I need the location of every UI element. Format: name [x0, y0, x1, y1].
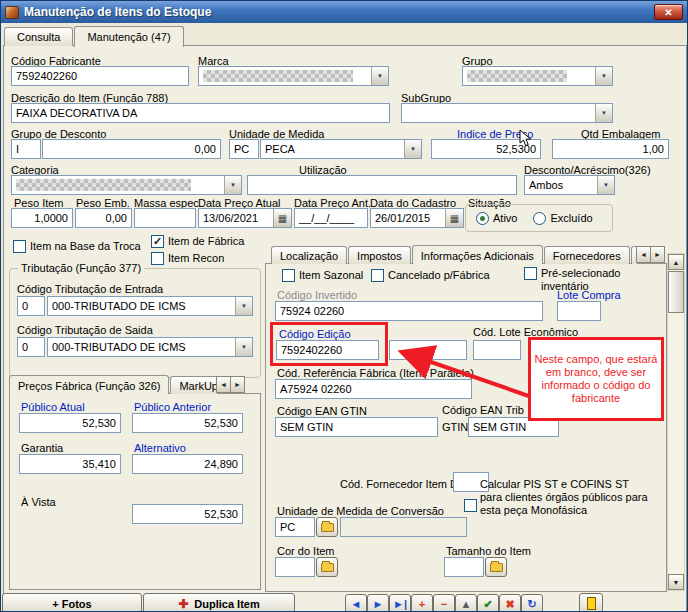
ean-trib-label-line2: GTIN	[442, 421, 468, 433]
item-fabrica-checkbox[interactable]: ✓ Item de Fábrica	[151, 235, 244, 248]
codigo-invertido-input[interactable]: 75924 02260	[275, 301, 543, 321]
data-preco-ant-input[interactable]: __/__/____	[294, 208, 368, 228]
tab-impostos[interactable]: Impostos	[348, 246, 411, 264]
precos-tab-spinner: ◄ ►	[217, 376, 245, 393]
cor-item-input[interactable]	[275, 557, 315, 577]
tab-markup[interactable]: MarkUp (Fu	[170, 376, 217, 394]
ean-gtin-input[interactable]: SEM GTIN	[275, 417, 438, 437]
publico-anterior-input[interactable]: 52,530	[132, 413, 243, 433]
peso-emb-input[interactable]: 0,00	[75, 208, 132, 228]
nav-refresh-button[interactable]: ↻	[521, 594, 543, 612]
ean-trib-label-line1: Código EAN Trib	[442, 404, 524, 416]
peso-item-input[interactable]: 1,0000	[11, 208, 73, 228]
calcular-pis-checkbox[interactable]	[464, 499, 477, 512]
tab-informacoes-adicionais[interactable]: Informações Adicionais	[412, 245, 543, 264]
checkbox-box	[282, 269, 295, 282]
cod-lote-economico-input[interactable]	[473, 340, 521, 360]
redacted-text	[16, 179, 191, 191]
nav-last-button[interactable]: ►|	[389, 594, 411, 612]
massa-espec-input[interactable]	[134, 208, 196, 228]
calendar-icon[interactable]: ▦	[273, 209, 291, 227]
a-vista-input[interactable]: 52,530	[132, 504, 243, 524]
unidade-conversao-input[interactable]: PC	[275, 517, 315, 537]
nav-post-button[interactable]: ✔	[477, 594, 499, 612]
unidade-medida-combobox[interactable]: PECA ▼	[260, 139, 422, 159]
tributacao-saida-combobox[interactable]: 000-TRIBUTADO DE ICMS ▼	[47, 337, 253, 357]
dropdown-icon[interactable]: ▼	[597, 176, 614, 194]
item-base-troca-label: Item na Base da Troca	[30, 240, 141, 253]
data-cadastro-input[interactable]: 26/01/2015 ▦	[370, 208, 464, 228]
nav-cancel-button[interactable]: ✖	[499, 594, 521, 612]
unidade-medida-code-input[interactable]: PC	[229, 139, 259, 159]
dropdown-icon[interactable]: ▼	[595, 67, 612, 85]
publico-atual-input[interactable]: 52,530	[19, 413, 121, 433]
dropdown-icon[interactable]: ▼	[235, 338, 252, 356]
calendar-icon[interactable]: ▦	[445, 209, 463, 227]
lote-compra-input[interactable]	[557, 301, 601, 321]
garantia-input[interactable]: 35,410	[19, 454, 121, 474]
nav-next-button[interactable]: ►	[367, 594, 389, 612]
item-sazonal-checkbox[interactable]: Item Sazonal	[282, 269, 363, 282]
alternativo-input[interactable]: 24,890	[132, 454, 243, 474]
tributacao-saida-code-input[interactable]: 0	[17, 337, 45, 357]
radio-ativo[interactable]: Ativo	[476, 212, 517, 225]
vertical-scrollbar[interactable]: ▲ ▼	[667, 253, 685, 591]
unidade-conversao-browse-button[interactable]	[316, 517, 338, 537]
tab-scroll-left-button[interactable]: ◄	[636, 246, 651, 263]
grupo-desconto-value-input[interactable]: 0,00	[42, 139, 221, 159]
subgrupo-combobox[interactable]: ▼	[401, 103, 613, 123]
codigo-fabricante-input[interactable]: 7592402260	[11, 66, 189, 86]
utilizacao-input[interactable]	[247, 175, 517, 195]
tab-localizacao[interactable]: Localização	[271, 246, 347, 264]
calcular-pis-label: Calcular PIS ST e COFINS ST para cliente…	[480, 478, 650, 517]
dropdown-icon[interactable]: ▼	[371, 67, 388, 85]
scrollbar-thumb[interactable]	[668, 271, 684, 313]
nav-edit-button[interactable]: ▲	[455, 594, 477, 612]
cod-referencia-input[interactable]: A75924 02260	[275, 379, 472, 399]
radio-excluido[interactable]: Excluído	[533, 212, 592, 225]
app-icon	[5, 6, 19, 19]
item-fabrica-label: Item de Fábrica	[168, 235, 244, 248]
tab-fornecedores[interactable]: Fornecedores	[544, 246, 630, 264]
cancelado-fabrica-checkbox[interactable]: Cancelado p/Fábrica	[371, 269, 490, 282]
data-preco-atual-input[interactable]: 13/06/2021 ▦	[198, 208, 292, 228]
tab-scroll-right-button[interactable]: ►	[650, 246, 665, 263]
categoria-combobox[interactable]: ▼	[11, 175, 242, 195]
checkbox-box	[13, 240, 26, 253]
duplica-item-button[interactable]: ✚ Duplica Item	[143, 593, 295, 612]
dropdown-icon[interactable]: ▼	[595, 104, 612, 122]
tab-precos-fabrica[interactable]: Preços Fábrica (Função 326)	[9, 375, 169, 394]
marca-combobox[interactable]: ▼	[198, 66, 389, 86]
scroll-down-button[interactable]: ▼	[668, 574, 684, 590]
tributacao-entrada-code-input[interactable]: 0	[17, 296, 45, 316]
tamanho-item-input[interactable]	[444, 557, 484, 577]
mouse-cursor	[519, 129, 532, 148]
nav-delete-button[interactable]: −	[433, 594, 455, 612]
fotos-button[interactable]: + Fotos	[2, 593, 142, 612]
dropdown-icon[interactable]: ▼	[404, 140, 421, 158]
dropdown-icon[interactable]: ▼	[235, 297, 252, 315]
codigo-edicao-secondary-input[interactable]	[389, 340, 467, 360]
nav-prev-button[interactable]: ◄	[345, 594, 367, 612]
nav-insert-button[interactable]: +	[411, 594, 433, 612]
data-preco-atual-value: 13/06/2021	[199, 212, 273, 224]
tributacao-entrada-combobox[interactable]: 000-TRIBUTADO DE ICMS ▼	[47, 296, 253, 316]
item-base-troca-checkbox[interactable]: Item na Base da Troca	[13, 240, 141, 253]
qtd-embalagem-input[interactable]: 1,00	[552, 139, 669, 159]
close-button[interactable]: ✕	[654, 4, 683, 20]
cancelado-fabrica-label: Cancelado p/Fábrica	[388, 269, 490, 282]
descricao-item-input[interactable]: FAIXA DECORATIVA DA	[11, 103, 390, 123]
notes-button[interactable]	[579, 593, 603, 612]
item-recon-checkbox[interactable]: Item Recon	[151, 252, 224, 265]
tab-scroll-left-button[interactable]: ◄	[216, 376, 231, 393]
grupo-combobox[interactable]: ▼	[462, 66, 613, 86]
tab-manutencao[interactable]: Manutenção (47)	[74, 26, 183, 47]
desconto-acrescimo-combobox[interactable]: Ambos ▼	[524, 175, 615, 195]
dropdown-icon[interactable]: ▼	[224, 176, 241, 194]
scroll-up-button[interactable]: ▲	[668, 254, 684, 270]
cor-item-browse-button[interactable]	[316, 557, 338, 577]
grupo-desconto-code-input[interactable]: I	[11, 139, 41, 159]
tamanho-item-browse-button[interactable]	[485, 557, 507, 577]
tab-consulta[interactable]: Consulta	[4, 27, 73, 46]
tab-scroll-right-button[interactable]: ►	[230, 376, 245, 393]
